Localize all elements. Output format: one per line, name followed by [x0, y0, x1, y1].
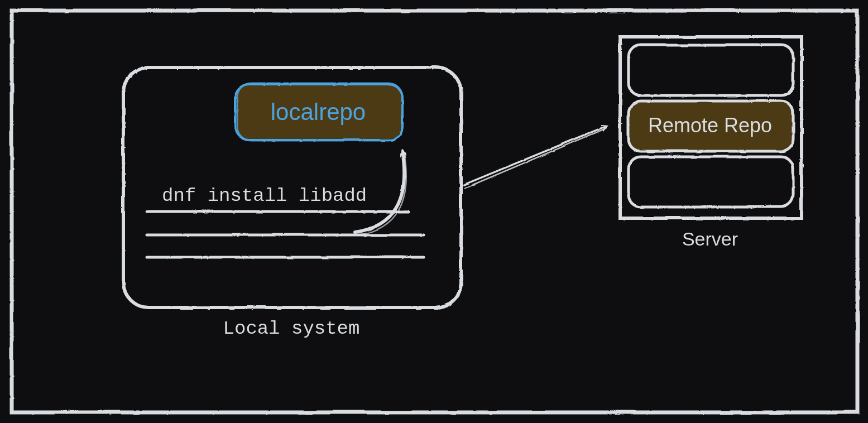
arrow-local-to-server [463, 126, 606, 188]
server-box: Remote Repo [620, 36, 801, 218]
diagram-canvas: Local system localrepo dnf install libad… [0, 0, 868, 423]
command-underlines [146, 211, 423, 257]
remote-repo-label: Remote Repo [648, 114, 772, 137]
server-label: Server [682, 228, 738, 249]
install-command: dnf install libadd [162, 185, 367, 206]
local-repo-label: localrepo [271, 99, 366, 125]
local-system-label: Local system [223, 318, 360, 339]
server-slot [628, 156, 793, 206]
server-slot [628, 45, 793, 95]
